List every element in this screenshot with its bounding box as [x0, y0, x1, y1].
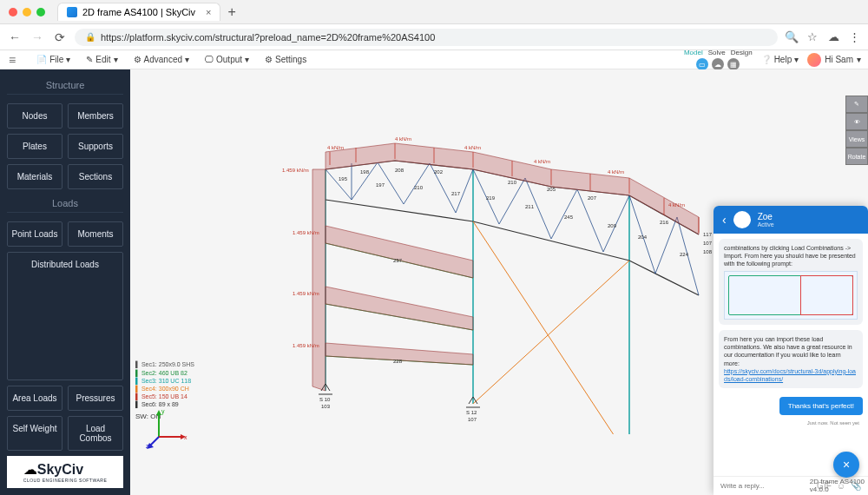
advanced-menu[interactable]: ⚙ Advanced ▾ [134, 55, 189, 64]
plates-button[interactable]: Plates [7, 134, 62, 159]
chat-header: ‹ Zoe Active [713, 206, 868, 234]
model-canvas[interactable]: 4 kN/m 4 kN/m 4 kN/m 4 kN/m 4 kN/m 4 kN/… [130, 69, 868, 495]
solve-mode-icon[interactable]: ☁ [712, 58, 724, 70]
nodes-button[interactable]: Nodes [7, 103, 62, 129]
svg-text:198: 198 [360, 169, 370, 175]
draw-tool[interactable]: ✎ [845, 96, 868, 113]
sidebar: Structure Nodes Members Plates Supports … [0, 69, 130, 495]
rotate-tool[interactable]: Rotate [845, 148, 868, 165]
chat-back-icon[interactable]: ‹ [722, 213, 727, 227]
footer-version: v4.0.0 [810, 485, 829, 493]
kebab-menu-icon[interactable]: ⋮ [847, 30, 861, 44]
output-menu[interactable]: 🖵 Output ▾ [205, 55, 249, 64]
svg-text:1.459 kN/m: 1.459 kN/m [293, 230, 319, 235]
sections-button[interactable]: Sections [68, 164, 123, 189]
svg-text:224: 224 [680, 252, 689, 257]
svg-text:208: 208 [395, 168, 404, 173]
svg-text:1.459 kN/m: 1.459 kN/m [293, 291, 319, 296]
visibility-tool[interactable]: 👁 [845, 113, 868, 130]
url-input[interactable]: 🔒 https://platform.skyciv.com/structural… [75, 29, 778, 46]
star-icon[interactable]: ☆ [806, 30, 819, 44]
design-mode-icon[interactable]: ▦ [727, 58, 740, 70]
chat-seen-status: Just now. Not seen yet [719, 419, 863, 427]
extension-icon[interactable]: ☁︎ [826, 30, 840, 44]
chat-doc-link[interactable]: https://skyciv.com/docs/structural-3d/ap… [724, 368, 856, 382]
svg-text:219: 219 [486, 195, 496, 201]
edit-menu[interactable]: ✎ Edit ▾ [86, 55, 117, 64]
reload-button[interactable]: ⟳ [52, 30, 68, 44]
favicon-icon [67, 7, 77, 17]
new-tab-button[interactable]: + [227, 4, 235, 20]
chat-message: combinations by clicking Load Combinatio… [719, 239, 863, 325]
svg-text:4 kN/m: 4 kN/m [327, 145, 344, 150]
chat-close-fab[interactable]: × [833, 452, 859, 478]
traffic-lights [9, 8, 45, 16]
svg-text:1.459 kN/m: 1.459 kN/m [293, 343, 319, 348]
self-weight-button[interactable]: Self Weight [7, 416, 62, 451]
legend-item: ▌ Sec3: 310 UC 118 [135, 377, 194, 385]
chat-avatar-icon [733, 211, 751, 228]
settings-menu[interactable]: ⚙ Settings [265, 55, 306, 64]
area-loads-button[interactable]: Area Loads [7, 386, 62, 411]
file-menu[interactable]: 📄 File ▾ [36, 55, 70, 64]
chat-text-input[interactable] [720, 482, 812, 490]
legend-item: ▌ Sec5: 150 UB 14 [135, 393, 194, 400]
members-button[interactable]: Members [68, 103, 123, 129]
svg-line-5 [352, 162, 378, 200]
chat-message: From here you can import these load comb… [719, 330, 863, 388]
svg-line-3 [326, 169, 352, 200]
svg-text:y: y [161, 408, 165, 415]
forward-button[interactable]: → [30, 30, 45, 44]
minimize-window-icon[interactable] [23, 8, 31, 16]
model-mode-icon[interactable]: ▭ [696, 58, 708, 70]
svg-text:211: 211 [525, 204, 535, 209]
lock-icon: 🔒 [85, 32, 95, 42]
svg-text:107: 107 [703, 241, 713, 246]
app-toolbar: ≡ 📄 File ▾ ✎ Edit ▾ ⚙ Advanced ▾ 🖵 Outpu… [0, 50, 868, 69]
section-structure: Structure [7, 76, 123, 95]
svg-text:216: 216 [660, 220, 669, 225]
tab-close-icon[interactable]: × [206, 7, 211, 17]
svg-text:S 12: S 12 [466, 410, 477, 415]
moments-button[interactable]: Moments [68, 221, 123, 247]
footer-filename: 2D frame AS4100 [810, 478, 865, 485]
svg-text:103: 103 [321, 404, 331, 409]
mode-switcher[interactable]: Model Solve Design ▭ ☁ ▦ [684, 49, 753, 70]
help-menu[interactable]: ❔ Help ▾ [761, 55, 799, 64]
svg-text:4 kN/m: 4 kN/m [464, 145, 481, 150]
user-menu[interactable]: Hi Sam ▾ [807, 53, 861, 67]
svg-line-22 [473, 221, 629, 434]
load-combos-button[interactable]: Load Combos [68, 416, 123, 451]
supports-button[interactable]: Supports [68, 134, 123, 159]
materials-button[interactable]: Materials [7, 164, 62, 189]
close-window-icon[interactable] [9, 8, 17, 16]
svg-marker-25 [312, 169, 326, 391]
distributed-loads-button[interactable]: Distributed Loads [7, 252, 123, 380]
svg-line-7 [404, 163, 430, 204]
axis-gizmo: y x z [146, 406, 189, 450]
svg-text:204: 204 [638, 234, 648, 240]
pressures-button[interactable]: Pressures [68, 386, 123, 411]
svg-text:S 10: S 10 [319, 397, 331, 402]
section-legend: ▌ Sec1: 250x9.0 SHS▌ Sec2: 460 UB 82▌ Se… [135, 360, 194, 408]
right-toolbar: ✎ 👁 Views Rotate [845, 96, 868, 165]
legend-item: ▌ Sec2: 460 UB 82 [135, 369, 194, 377]
svg-text:108: 108 [703, 249, 713, 254]
browser-tab[interactable]: 2D frame AS4100 | SkyCiv × [57, 3, 220, 21]
section-loads: Loads [7, 195, 123, 213]
views-tool[interactable]: Views [845, 130, 868, 148]
point-loads-button[interactable]: Point Loads [7, 221, 62, 247]
svg-text:4 kN/m: 4 kN/m [668, 202, 685, 208]
search-icon[interactable]: 🔍 [785, 30, 799, 44]
chat-agent-name: Zoe [758, 212, 774, 221]
url-text: https://platform.skyciv.com/structural?p… [101, 32, 435, 43]
window-chrome: 2D frame AS4100 | SkyCiv × + [0, 0, 868, 24]
svg-text:210: 210 [508, 180, 517, 185]
chat-body[interactable]: combinations by clicking Load Combinatio… [713, 234, 868, 476]
svg-text:195: 195 [339, 176, 348, 182]
chat-user-reply: Thanks that's perfect! [779, 397, 863, 415]
back-button[interactable]: ← [7, 30, 23, 44]
fullscreen-window-icon[interactable] [36, 8, 45, 16]
hamburger-icon[interactable]: ≡ [9, 53, 16, 67]
svg-text:4 kN/m: 4 kN/m [608, 169, 624, 175]
